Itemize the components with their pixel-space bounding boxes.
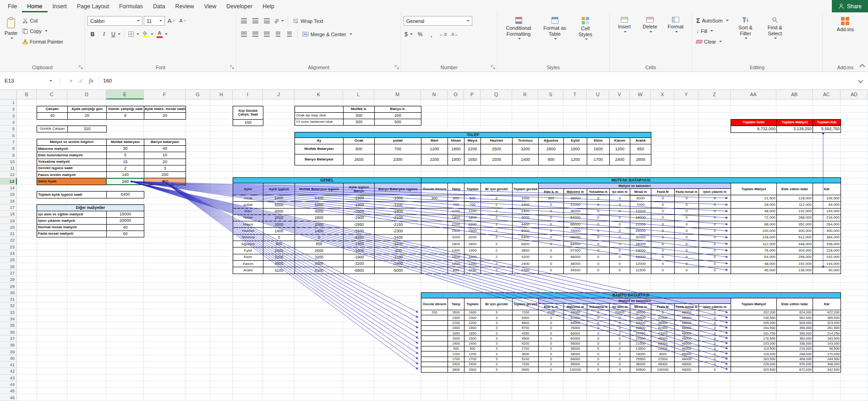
cell[interactable]: 216,000 [813, 215, 841, 221]
cell[interactable]: 22500 [630, 336, 651, 341]
cell[interactable]: 0 [699, 241, 731, 247]
cell[interactable]: 0 [675, 221, 699, 228]
cell[interactable]: 1500 [448, 336, 464, 341]
cell[interactable]: 2400 [464, 310, 481, 315]
cell[interactable]: Önceki dönem [421, 298, 448, 310]
cell[interactable]: 0 [610, 267, 630, 274]
cell[interactable]: 24750 [630, 331, 651, 336]
cell[interactable]: 0 [539, 221, 564, 228]
cell[interactable]: 1900 [448, 247, 464, 254]
cell[interactable]: 256,000 [777, 254, 813, 261]
cell[interactable]: 1200 [448, 261, 464, 267]
cell[interactable]: Yıl sonu beklenen stok [295, 119, 344, 126]
clipboard-dialog-launcher-icon[interactable] [79, 65, 83, 70]
cell[interactable]: -1900 [344, 202, 375, 208]
cell[interactable]: Yoksatma maliyeti [37, 159, 107, 165]
column-header-O[interactable]: O [448, 90, 464, 99]
cell[interactable]: 20 [68, 113, 107, 120]
cell[interactable]: 0 [675, 235, 699, 241]
cell[interactable]: 1000 [513, 195, 539, 202]
cell[interactable]: 512,000 [777, 235, 813, 241]
cell[interactable]: Fazla mesai m [675, 304, 699, 310]
cell[interactable]: 0 [699, 310, 731, 315]
cell[interactable]: 0 [587, 241, 610, 247]
cell[interactable]: 200 [144, 172, 186, 178]
cell[interactable]: 2 [481, 254, 513, 261]
cell[interactable]: 0 [651, 235, 675, 241]
cell[interactable]: 5600 [513, 241, 539, 247]
cell[interactable]: 288,000 [777, 215, 813, 221]
cell[interactable]: 18000 [630, 215, 651, 221]
row-header-38[interactable]: 38 [0, 342, 17, 348]
cell[interactable]: 0 [651, 241, 675, 247]
cell[interactable]: 48000 [675, 321, 699, 326]
cell[interactable]: Haziran [481, 138, 513, 144]
column-header-H[interactable]: H [210, 90, 233, 99]
cell[interactable]: 1200 [564, 154, 587, 165]
cell[interactable]: 0 [699, 261, 731, 267]
cell[interactable]: 0 [539, 241, 564, 247]
row-header-26[interactable]: 26 [0, 264, 17, 270]
cell[interactable]: işe alım m [610, 189, 630, 195]
cell[interactable]: 0 [587, 341, 610, 346]
cell[interactable]: 0 [610, 336, 630, 341]
cell[interactable]: 96000 [564, 310, 587, 315]
cell[interactable]: 22000 [651, 357, 675, 362]
cell[interactable]: işten çıkarım m [699, 304, 731, 310]
cell[interactable]: Toplam aylık işgücü saati [37, 192, 107, 198]
cell[interactable]: 0 [699, 228, 731, 234]
cell[interactable]: 2000 [295, 221, 344, 228]
cell[interactable]: 348,000 [813, 362, 841, 367]
cell[interactable]: 118,000 [731, 352, 777, 357]
cell[interactable] [421, 362, 448, 367]
cell[interactable]: -2150 [375, 221, 421, 228]
cell[interactable]: 1900 [464, 326, 481, 331]
column-header-V[interactable]: V [609, 90, 630, 99]
cell[interactable]: 0 [651, 267, 675, 274]
cell[interactable]: 12000 [630, 209, 651, 215]
cell[interactable]: Toplam gerekli [513, 298, 539, 310]
cell[interactable]: 0 [699, 315, 731, 320]
row-header-34[interactable]: 34 [0, 316, 17, 322]
cell[interactable]: 200 [421, 310, 448, 315]
cell[interactable]: 500 [464, 195, 481, 202]
row-header-46[interactable]: 46 [0, 395, 17, 401]
cell[interactable]: 33000 [630, 321, 651, 326]
cell[interactable] [421, 367, 448, 372]
cell[interactable]: -2950 [344, 221, 375, 228]
cell[interactable]: 336,000 [777, 341, 813, 346]
cell[interactable]: 800 [448, 195, 464, 202]
row-header-5[interactable]: 5 [0, 126, 17, 132]
cell[interactable]: 0 [610, 362, 630, 367]
copy-button[interactable]: Copy [21, 26, 65, 36]
cell[interactable] [421, 321, 448, 326]
cell[interactable]: 100,000 [731, 228, 777, 234]
cell[interactable]: 0 [539, 267, 564, 274]
column-header-Z[interactable]: Z [699, 90, 731, 99]
cell[interactable]: Br için gerekli [481, 298, 513, 310]
cell[interactable]: 0 [587, 221, 610, 228]
cell[interactable]: Aylık işgücü Banyo [344, 183, 375, 195]
cell[interactable]: Ekim [587, 138, 610, 144]
number-format-select[interactable]: General [404, 16, 472, 26]
cell[interactable]: 3200 [513, 144, 539, 154]
cell[interactable]: 3 [144, 165, 186, 172]
cell[interactable]: Yoksatma m [587, 189, 610, 195]
cell[interactable]: 0 [295, 235, 344, 241]
cell[interactable]: 128,000 [777, 195, 813, 202]
cell[interactable]: 36000 [630, 362, 651, 367]
cell[interactable]: 48000 [675, 331, 699, 336]
cell[interactable]: 1600 [448, 254, 464, 261]
orientation-button[interactable]: ab [273, 16, 285, 26]
cell[interactable]: Mutfak Bataryası işgücü [295, 183, 344, 195]
cell[interactable]: 2600 [448, 310, 464, 315]
cell[interactable]: 900 [539, 154, 564, 165]
align-center-button[interactable] [250, 29, 260, 39]
cell[interactable]: Nisan [233, 215, 263, 221]
cell[interactable]: 1400 [513, 202, 539, 208]
column-header-K[interactable]: K [295, 90, 343, 99]
cell[interactable]: 329,500 [731, 367, 777, 372]
cell[interactable]: 2 [481, 221, 513, 228]
cell[interactable]: 0 [610, 235, 630, 241]
align-right-button[interactable] [262, 29, 272, 39]
